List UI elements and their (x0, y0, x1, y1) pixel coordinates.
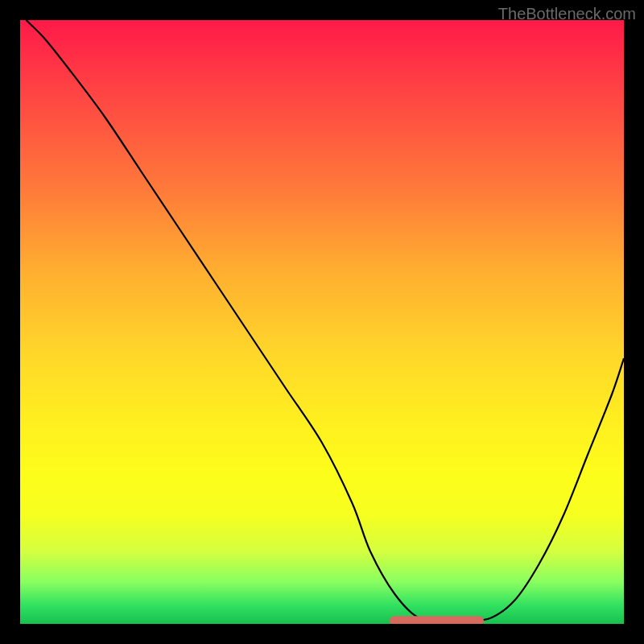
bottleneck-curve (27, 20, 625, 621)
chart-plot-area (20, 20, 624, 624)
watermark-text: TheBottleneck.com (498, 5, 636, 23)
chart-svg (20, 20, 624, 624)
